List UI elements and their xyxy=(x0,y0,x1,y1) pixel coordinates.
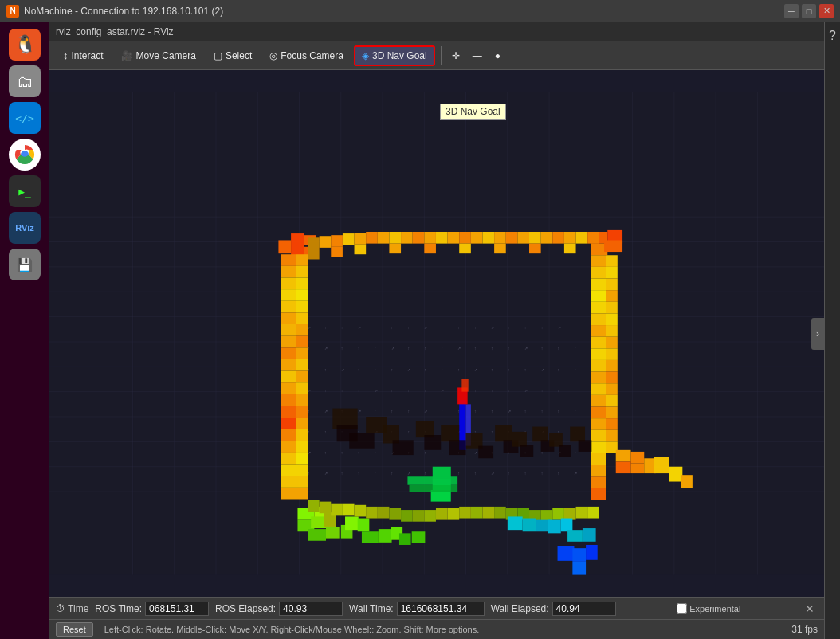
select-button[interactable]: ▢ Select xyxy=(206,45,259,66)
svg-text:↑: ↑ xyxy=(324,367,327,372)
svg-rect-352 xyxy=(548,520,561,534)
svg-rect-246 xyxy=(591,279,606,291)
minus-button[interactable]: — xyxy=(468,45,487,66)
svg-rect-193 xyxy=(281,406,296,418)
svg-rect-198 xyxy=(281,465,296,476)
svg-text:↑: ↑ xyxy=(441,450,443,455)
svg-rect-232 xyxy=(362,531,379,543)
toolbar: ↕ Interact 🎥 Move Camera ▢ Select ◎ Focu… xyxy=(49,41,824,70)
rviz-button[interactable]: RViz xyxy=(9,212,41,244)
dot-button[interactable]: ● xyxy=(490,45,505,66)
experimental-input[interactable] xyxy=(677,603,687,614)
status-bar: ⏱ Time ROS Time: 068151.31 ROS Elapsed: … xyxy=(49,597,824,639)
svg-rect-206 xyxy=(296,312,308,324)
move-camera-button[interactable]: 🎥 Move Camera xyxy=(114,45,203,66)
svg-text:↑: ↑ xyxy=(541,471,544,476)
svg-rect-387 xyxy=(579,440,592,452)
svg-rect-311 xyxy=(552,232,564,244)
svg-rect-380 xyxy=(512,432,527,447)
svg-rect-219 xyxy=(296,465,308,476)
nav-goal-label: 3D Nav Goal xyxy=(372,50,427,61)
drawer-button[interactable]: 💾 xyxy=(9,249,41,280)
right-panel: ? xyxy=(824,22,840,639)
svg-rect-332 xyxy=(401,510,413,522)
svg-rect-264 xyxy=(591,488,606,500)
svg-rect-237 xyxy=(433,467,451,479)
svg-rect-291 xyxy=(320,236,332,248)
svg-rect-292 xyxy=(331,235,343,247)
svg-text:↗: ↗ xyxy=(474,450,477,455)
svg-rect-210 xyxy=(296,359,308,371)
svg-text:↗: ↗ xyxy=(457,346,461,351)
title-bar-left: N NoMachine - Connection to 192.168.10.1… xyxy=(6,5,223,18)
svg-text:↑: ↑ xyxy=(541,346,544,351)
svg-text:↑: ↑ xyxy=(457,471,460,476)
svg-text:↑: ↑ xyxy=(508,471,510,476)
app-title-bar: rviz_config_astar.rviz - RViz xyxy=(49,22,824,41)
svg-rect-372 xyxy=(416,421,434,437)
time-close-button[interactable]: ✕ xyxy=(802,602,818,615)
svg-text:↑: ↑ xyxy=(508,346,510,351)
svg-text:↑: ↑ xyxy=(474,388,477,393)
svg-text:↑: ↑ xyxy=(474,409,477,414)
help-text: Left-Click: Rotate. Middle-Click: Move X… xyxy=(104,625,480,634)
svg-rect-349 xyxy=(508,516,523,530)
svg-rect-182 xyxy=(281,277,296,289)
ros-time-value: 068151.31 xyxy=(145,602,209,616)
experimental-checkbox[interactable]: Experimental xyxy=(677,603,740,614)
svg-rect-263 xyxy=(591,476,606,488)
svg-text:↑: ↑ xyxy=(424,450,426,455)
svg-rect-260 xyxy=(591,441,606,453)
svg-rect-296 xyxy=(378,232,390,244)
interact-button[interactable]: ↕ Interact xyxy=(56,45,111,66)
minimize-button[interactable]: ─ xyxy=(784,4,799,18)
terminal-button[interactable]: ▶_ xyxy=(9,175,41,207)
title-bar-controls[interactable]: ─ □ ✕ xyxy=(784,4,834,18)
svg-text:↑: ↑ xyxy=(524,367,527,372)
svg-text:↗: ↗ xyxy=(358,409,361,414)
svg-rect-186 xyxy=(281,324,296,336)
svg-rect-267 xyxy=(606,279,618,291)
chrome-button[interactable] xyxy=(9,139,41,171)
close-button[interactable]: ✕ xyxy=(819,4,834,18)
svg-rect-385 xyxy=(559,445,571,457)
svg-rect-315 xyxy=(308,249,320,260)
reset-button[interactable]: Reset xyxy=(56,622,93,637)
svg-rect-294 xyxy=(355,233,367,245)
vscode-button[interactable]: </> xyxy=(9,102,41,134)
select-icon: ▢ xyxy=(214,50,222,61)
svg-rect-2 xyxy=(49,92,824,574)
svg-rect-285 xyxy=(631,464,645,474)
ros-time-label: ROS Time: xyxy=(95,603,142,614)
svg-rect-175 xyxy=(291,233,304,245)
focus-camera-label: Focus Camera xyxy=(281,50,343,61)
svg-text:↑: ↑ xyxy=(574,450,576,455)
wall-elapsed-field: Wall Elapsed: 40.94 xyxy=(491,602,616,616)
right-panel-expand[interactable]: ? xyxy=(829,29,836,43)
svg-rect-221 xyxy=(296,488,308,500)
files-button[interactable]: 🗂 xyxy=(9,65,41,97)
svg-rect-287 xyxy=(654,457,669,473)
nav-goal-button[interactable]: ◈ 3D Nav Goal xyxy=(354,45,435,66)
svg-rect-218 xyxy=(296,453,308,465)
svg-rect-346 xyxy=(564,508,576,520)
svg-rect-347 xyxy=(576,507,588,519)
svg-text:↑: ↑ xyxy=(574,325,576,330)
svg-rect-281 xyxy=(606,441,618,453)
svg-text:↑: ↑ xyxy=(441,346,443,351)
focus-camera-button[interactable]: ◎ Focus Camera xyxy=(262,45,351,66)
maximize-button[interactable]: □ xyxy=(802,4,816,18)
svg-rect-180 xyxy=(281,254,296,266)
svg-text:↑: ↑ xyxy=(541,325,544,330)
svg-rect-228 xyxy=(326,527,340,539)
rviz-area: rviz_config_astar.rviz - RViz ↕ Interact… xyxy=(49,22,824,639)
svg-rect-205 xyxy=(296,301,308,313)
wall-time-field: Wall Time: 1616068151.34 xyxy=(349,602,485,616)
svg-rect-273 xyxy=(606,348,618,360)
viewport[interactable]: ↑↗↑ ↑↗↑ ↑↑↗ ↑↑↑ ↗↑↑ ↑↗↑ ↑↑↗ ↑↑↑ ↗↑↑ ↑↗↑ … xyxy=(49,70,824,597)
svg-rect-187 xyxy=(281,336,296,348)
svg-rect-244 xyxy=(591,255,606,267)
add-button[interactable]: ✛ xyxy=(447,45,465,66)
ubuntu-button[interactable]: 🐧 xyxy=(9,29,41,61)
right-expand-handle[interactable]: › xyxy=(811,318,824,350)
